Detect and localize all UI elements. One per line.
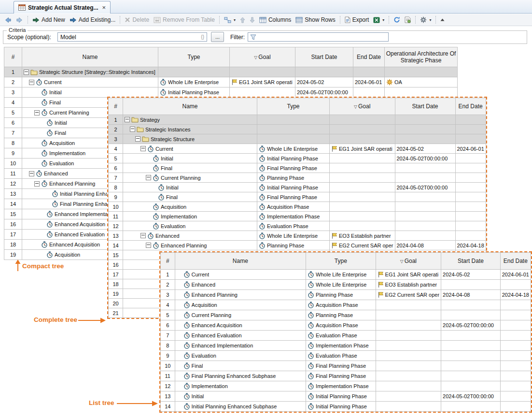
goal-cell[interactable] — [230, 67, 295, 77]
table-row[interactable]: 2EnhancedWhole Life EnterpriseEO3 Establ… — [161, 280, 531, 290]
name-cell[interactable]: Enhanced — [175, 280, 306, 290]
settings-gear-button[interactable]: ▾ — [418, 15, 433, 24]
type-cell[interactable] — [257, 134, 330, 144]
end-date-cell[interactable] — [455, 221, 486, 231]
table-row[interactable]: 4CurrentWhole Life EnterpriseEG1 Joint S… — [109, 144, 486, 154]
table-row[interactable]: 10FinalFinal Planning Phase — [161, 361, 531, 371]
table-row[interactable]: 7Enhanced EvaluationEvaluation Phase — [161, 331, 531, 341]
report-button[interactable] — [403, 15, 413, 24]
start-date-cell[interactable] — [441, 371, 501, 381]
type-cell[interactable]: Initial Planning Phase — [158, 87, 230, 98]
start-date-cell[interactable] — [441, 402, 501, 412]
table-row[interactable]: 2CurrentWhole Life EnterpriseEG1 Joint S… — [4, 77, 458, 87]
name-cell[interactable]: Initial — [123, 154, 257, 163]
goal-cell[interactable] — [330, 212, 395, 221]
goal-cell[interactable]: EG2 Current SAR oper — [376, 290, 441, 300]
type-cell[interactable]: Acquisition Phase — [306, 300, 376, 310]
table-row[interactable]: 1CurrentWhole Life EnterpriseEG1 Joint S… — [161, 270, 531, 280]
nav-forward-button[interactable] — [14, 16, 25, 24]
goal-cell[interactable] — [376, 402, 441, 412]
type-cell[interactable]: Evaluation Phase — [257, 221, 330, 231]
type-cell[interactable]: Implementation Phase — [257, 212, 330, 221]
type-cell[interactable]: Whole Life Enterprise — [257, 231, 330, 241]
name-cell[interactable]: Current — [22, 77, 158, 87]
goal-cell[interactable] — [376, 320, 441, 331]
tree-expander[interactable] — [130, 127, 135, 132]
table-row[interactable]: 13InitialInitial Planning Phase2024-05-0… — [161, 391, 531, 402]
display-related-button[interactable]: ▾ — [222, 16, 238, 24]
column-header-operational-architecture-of-strategic-phase[interactable]: Operational Architecture Of Strategic Ph… — [385, 47, 458, 67]
end-date-cell[interactable] — [455, 115, 486, 125]
type-cell[interactable]: Planning Phase — [257, 241, 330, 250]
name-cell[interactable]: Enhanced Planning — [175, 290, 306, 300]
goal-cell[interactable] — [330, 134, 395, 144]
goal-cell[interactable] — [376, 300, 441, 310]
table-row[interactable]: 12EvaluationEvaluation Phase — [109, 221, 486, 231]
goal-cell[interactable] — [376, 381, 441, 391]
scope-browse-button[interactable]: ... — [211, 32, 224, 42]
goal-cell[interactable] — [330, 125, 395, 134]
table-row[interactable]: 11ImplementationImplementation Phase — [109, 212, 486, 221]
operational-architecture-cell[interactable] — [385, 87, 458, 98]
goal-cell[interactable] — [330, 115, 395, 125]
end-date-cell[interactable] — [500, 280, 531, 290]
start-date-cell[interactable]: 2024-05-02T00:00:00 — [395, 154, 455, 163]
start-date-cell[interactable] — [395, 231, 455, 241]
tree-expander[interactable] — [140, 233, 146, 238]
goal-cell[interactable]: EG2 Current SAR oper — [330, 241, 395, 250]
name-cell[interactable]: Final Planning Enhanced Subphase — [175, 371, 306, 381]
name-cell[interactable]: Current Planning — [123, 173, 257, 183]
start-date-cell[interactable] — [395, 173, 455, 183]
name-cell[interactable]: Final — [123, 163, 257, 173]
end-date-cell[interactable] — [455, 125, 486, 134]
start-date-cell[interactable] — [295, 67, 353, 77]
tree-expander[interactable] — [140, 146, 146, 151]
end-date-cell[interactable]: 2024-06-01 — [500, 270, 531, 280]
start-date-cell[interactable] — [395, 221, 455, 231]
start-date-cell[interactable]: 2024-05-02T00:00:00 — [295, 87, 353, 98]
start-date-cell[interactable] — [395, 163, 455, 173]
column-header-name[interactable]: Name — [175, 253, 306, 270]
start-date-cell[interactable] — [441, 310, 501, 320]
end-date-cell[interactable] — [353, 67, 385, 77]
start-date-cell[interactable] — [395, 212, 455, 221]
type-cell[interactable]: Evaluation Phase — [306, 351, 376, 361]
show-rows-button[interactable]: Show Rows — [294, 15, 337, 24]
table-row[interactable]: 7Current PlanningPlanning Phase — [109, 173, 486, 183]
end-date-cell[interactable] — [455, 154, 486, 163]
table-row[interactable]: 9FinalFinal Planning Phase — [109, 192, 486, 202]
type-cell[interactable]: Evaluation Phase — [306, 331, 376, 341]
end-date-cell[interactable] — [455, 202, 486, 212]
type-cell[interactable]: Whole Life Enterprise — [257, 144, 330, 154]
type-cell[interactable] — [257, 125, 330, 134]
name-cell[interactable]: Initial Planning Enhanced Subphase — [175, 402, 306, 412]
start-date-cell[interactable]: 2024-04-08 — [395, 241, 455, 250]
start-date-cell[interactable] — [441, 331, 501, 341]
name-cell[interactable]: Acquisition — [175, 300, 306, 310]
tree-expander[interactable] — [34, 110, 40, 116]
name-cell[interactable]: Evaluation — [123, 221, 257, 231]
end-date-cell[interactable] — [455, 231, 486, 241]
goal-cell[interactable] — [376, 371, 441, 381]
table-row[interactable]: 3InitialInitial Planning Phase2024-05-02… — [4, 87, 458, 98]
tab-strategic-actual-strategy[interactable]: Strategic Actual Strateg... × — [14, 1, 111, 14]
type-cell[interactable]: Final Planning Phase — [306, 361, 376, 371]
start-date-cell[interactable]: 2024-04-08 — [441, 290, 501, 300]
column-header-start-date[interactable]: Start Date — [295, 47, 353, 67]
type-cell[interactable] — [158, 67, 230, 77]
scope-input[interactable]: Model {} — [57, 32, 207, 42]
tree-expander[interactable] — [125, 117, 130, 122]
name-cell[interactable]: Final — [123, 192, 257, 202]
start-date-cell[interactable] — [395, 202, 455, 212]
column-header-start-date[interactable]: Start Date — [441, 253, 501, 270]
name-cell[interactable]: Implementation — [123, 212, 257, 221]
export-button[interactable]: Export — [343, 15, 371, 24]
name-cell[interactable]: Evaluation — [175, 351, 306, 361]
add-existing-button[interactable]: Add Existing... — [68, 15, 118, 24]
table-row[interactable]: 3Enhanced PlanningPlanning PhaseEG2 Curr… — [161, 290, 531, 300]
end-date-cell[interactable] — [500, 381, 531, 391]
end-date-cell[interactable] — [455, 212, 486, 221]
type-cell[interactable]: Acquisition Phase — [306, 320, 376, 331]
excel-button[interactable]: ▾ — [371, 16, 386, 24]
type-cell[interactable]: Final Planning Phase — [257, 192, 330, 202]
